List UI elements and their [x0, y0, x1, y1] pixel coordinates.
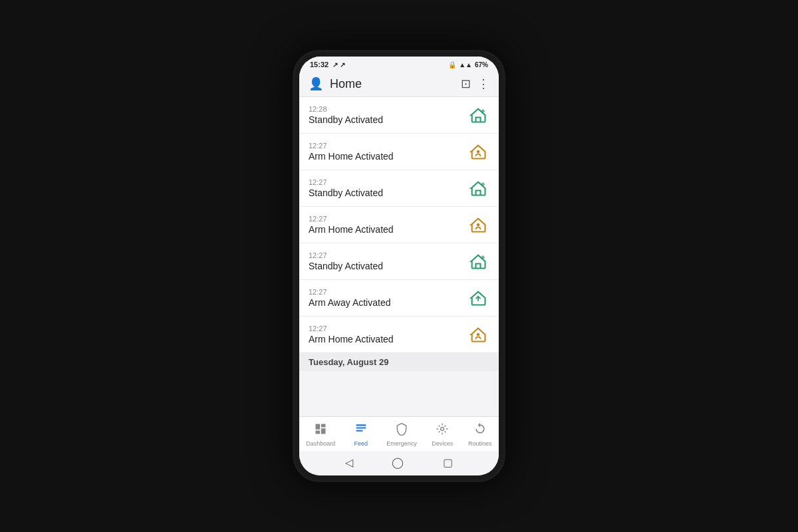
feed-item-icon [467, 140, 489, 163]
feed-item[interactable]: 12:28 Standby Activated [299, 97, 499, 134]
back-button[interactable]: ◁ [340, 455, 358, 470]
feed-item-icon [467, 250, 489, 273]
routines-nav-label: Routines [468, 440, 492, 447]
more-icon[interactable]: ⋮ [477, 76, 489, 91]
feed-item-time: 12:27 [309, 215, 467, 223]
feed-item[interactable]: 12:27 Arm Away Activated [299, 280, 499, 317]
nav-item-feed[interactable]: Feed [345, 421, 377, 448]
feed-item-label: Arm Home Activated [309, 151, 467, 162]
dashboard-nav-icon [314, 422, 327, 439]
recents-button[interactable]: ▢ [438, 455, 458, 470]
home-button[interactable]: ◯ [386, 455, 409, 470]
nav-item-devices[interactable]: Devices [426, 421, 458, 448]
feed-item-content: 12:27 Standby Activated [309, 251, 467, 271]
dashboard-nav-label: Dashboard [306, 440, 335, 447]
feed-item-time: 12:28 [309, 105, 467, 113]
feed-item-content: 12:27 Arm Home Activated [309, 215, 467, 235]
routines-nav-icon [473, 422, 487, 439]
feed-item-label: Arm Home Activated [309, 334, 467, 344]
feed-item-label: Arm Home Activated [309, 224, 467, 235]
bottom-nav: Dashboard Feed Emergency Devices Routine… [299, 416, 499, 451]
feed-nav-icon [354, 422, 368, 439]
emergency-nav-label: Emergency [386, 440, 417, 447]
status-icons: 🔒 ▲▲ 67% [448, 61, 488, 68]
svg-point-6 [441, 428, 444, 431]
feed-item-icon [467, 323, 489, 346]
feed-item-time: 12:27 [309, 251, 467, 259]
feed-item-time: 12:27 [309, 288, 467, 296]
feed-item-icon [467, 177, 489, 200]
feed-item-content: 12:27 Arm Home Activated [309, 142, 467, 162]
feed-nav-label: Feed [354, 440, 368, 447]
nav-item-routines[interactable]: Routines [464, 421, 496, 448]
user-icon[interactable]: 👤 [309, 76, 323, 91]
feed-item[interactable]: 12:27 Arm Home Activated [299, 207, 499, 243]
feed-item-label: Standby Activated [309, 261, 467, 271]
emergency-nav-icon [395, 422, 408, 439]
svg-point-2 [477, 333, 480, 336]
feed-item-label: Standby Activated [309, 188, 467, 198]
feed-item-time: 12:27 [309, 325, 467, 332]
feed-item[interactable]: 12:27 Arm Home Activated [299, 134, 499, 170]
feed-item[interactable]: 12:27 Arm Home Activated [299, 317, 499, 353]
feed-list: 12:28 Standby Activated 12:27 Arm Home A… [299, 97, 499, 416]
feed-item-content: 12:27 Arm Home Activated [309, 325, 467, 344]
devices-nav-label: Devices [432, 440, 453, 447]
section-header: Tuesday, August 29 [299, 353, 499, 371]
feed-item-icon [467, 287, 489, 309]
feed-item-label: Standby Activated [309, 114, 467, 125]
android-nav: ◁ ◯ ▢ [299, 451, 499, 475]
svg-rect-4 [356, 428, 366, 429]
feed-item-icon [467, 104, 489, 126]
page-title: Home [330, 77, 454, 91]
status-time: 15:32 ↗ ↗ [310, 61, 345, 68]
phone-screen: 15:32 ↗ ↗ 🔒 ▲▲ 67% 👤 Home ⊡ ⋮ 12:28 Stan… [299, 57, 499, 475]
status-bar: 15:32 ↗ ↗ 🔒 ▲▲ 67% [299, 57, 499, 71]
feed-item-content: 12:27 Arm Away Activated [309, 288, 467, 308]
nav-item-emergency[interactable]: Emergency [382, 421, 421, 448]
phone-frame: 15:32 ↗ ↗ 🔒 ▲▲ 67% 👤 Home ⊡ ⋮ 12:28 Stan… [293, 50, 505, 482]
devices-nav-icon [436, 422, 449, 439]
feed-item[interactable]: 12:27 Standby Activated [299, 170, 499, 207]
svg-point-1 [477, 223, 480, 227]
svg-rect-5 [356, 430, 362, 432]
app-header: 👤 Home ⊡ ⋮ [299, 71, 499, 97]
feed-item-time: 12:27 [309, 142, 467, 150]
feed-item[interactable]: 12:27 Standby Activated [299, 243, 499, 280]
feed-item-content: 12:28 Standby Activated [309, 105, 467, 125]
svg-point-0 [477, 150, 480, 154]
feed-item-icon [467, 213, 489, 236]
window-icon[interactable]: ⊡ [461, 76, 471, 91]
feed-item-time: 12:27 [309, 178, 467, 186]
feed-item-content: 12:27 Standby Activated [309, 178, 467, 198]
nav-item-dashboard[interactable]: Dashboard [302, 421, 339, 448]
feed-item-label: Arm Away Activated [309, 297, 467, 308]
svg-rect-3 [356, 424, 366, 426]
